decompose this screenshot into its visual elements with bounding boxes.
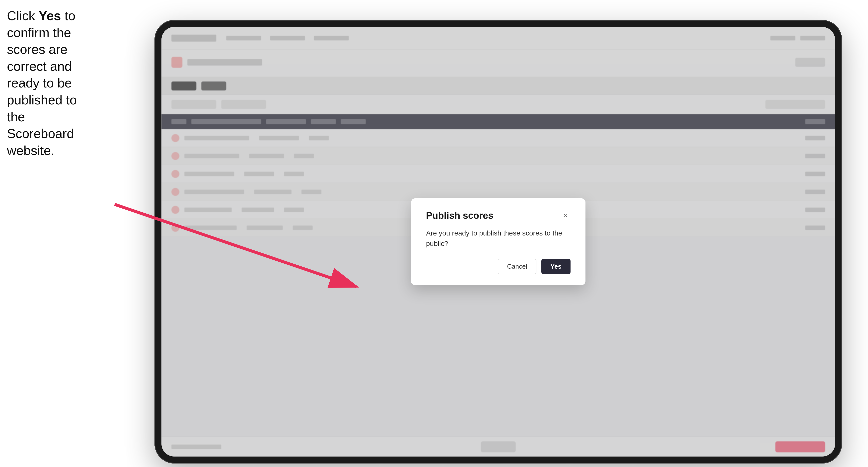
tablet-device: Publish scores × Are you ready to publis… (154, 20, 842, 464)
publish-scores-dialog: Publish scores × Are you ready to publis… (411, 198, 586, 285)
modal-footer: Cancel Yes (426, 259, 570, 274)
modal-header: Publish scores × (426, 210, 570, 221)
instruction-bold: Yes (39, 8, 61, 23)
modal-title: Publish scores (426, 210, 493, 221)
tablet-screen: Publish scores × Are you ready to publis… (161, 27, 835, 457)
yes-button[interactable]: Yes (541, 259, 570, 274)
modal-overlay: Publish scores × Are you ready to publis… (161, 27, 835, 457)
cancel-button[interactable]: Cancel (498, 259, 536, 274)
instruction-text: Click Yes to confirm the scores are corr… (7, 7, 79, 159)
modal-body-text: Are you ready to publish these scores to… (426, 228, 570, 249)
modal-close-button[interactable]: × (561, 211, 570, 221)
instruction-prefix: Click (7, 8, 39, 23)
instruction-suffix: to confirm the scores are correct and re… (7, 8, 77, 158)
